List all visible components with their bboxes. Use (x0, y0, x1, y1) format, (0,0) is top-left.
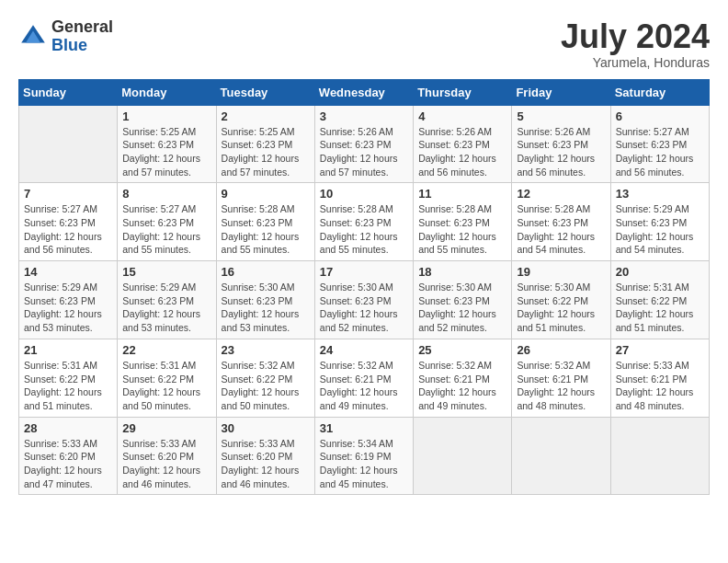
day-info: Sunrise: 5:32 AM Sunset: 6:22 PM Dayligh… (222, 359, 310, 413)
day-info: Sunrise: 5:33 AM Sunset: 6:21 PM Dayligh… (616, 359, 704, 413)
day-number: 11 (418, 187, 506, 201)
day-number: 13 (616, 187, 704, 201)
day-info: Sunrise: 5:28 AM Sunset: 6:23 PM Dayligh… (418, 202, 506, 257)
calendar-cell: 2Sunrise: 5:25 AM Sunset: 6:23 PM Daylig… (216, 105, 314, 183)
logo-general: General (51, 17, 113, 36)
day-number: 17 (320, 265, 408, 279)
day-info: Sunrise: 5:27 AM Sunset: 6:23 PM Dayligh… (616, 125, 704, 179)
logo-blue: Blue (51, 36, 87, 54)
day-info: Sunrise: 5:28 AM Sunset: 6:23 PM Dayligh… (320, 202, 408, 257)
calendar-cell: 10Sunrise: 5:28 AM Sunset: 6:23 PM Dayli… (314, 183, 413, 261)
calendar-cell: 15Sunrise: 5:29 AM Sunset: 6:23 PM Dayli… (118, 261, 216, 339)
title-block: July 2024 Yarumela, Honduras (561, 18, 710, 70)
day-info: Sunrise: 5:31 AM Sunset: 6:22 PM Dayligh… (24, 359, 112, 413)
calendar-cell: 17Sunrise: 5:30 AM Sunset: 6:23 PM Dayli… (314, 261, 413, 339)
day-info: Sunrise: 5:27 AM Sunset: 6:23 PM Dayligh… (122, 202, 210, 257)
calendar-cell: 12Sunrise: 5:28 AM Sunset: 6:23 PM Dayli… (512, 183, 610, 261)
calendar-cell: 19Sunrise: 5:30 AM Sunset: 6:22 PM Dayli… (512, 261, 610, 339)
calendar-table: SundayMondayTuesdayWednesdayThursdayFrid… (18, 79, 710, 496)
page-header: General Blue July 2024 Yarumela, Hondura… (18, 18, 710, 70)
calendar-cell: 28Sunrise: 5:33 AM Sunset: 6:20 PM Dayli… (19, 417, 118, 495)
day-info: Sunrise: 5:28 AM Sunset: 6:23 PM Dayligh… (222, 202, 310, 257)
day-info: Sunrise: 5:28 AM Sunset: 6:23 PM Dayligh… (517, 202, 605, 257)
logo: General Blue (18, 18, 113, 55)
calendar-cell: 21Sunrise: 5:31 AM Sunset: 6:22 PM Dayli… (19, 339, 118, 417)
day-number: 29 (122, 421, 210, 435)
calendar-cell: 22Sunrise: 5:31 AM Sunset: 6:22 PM Dayli… (118, 339, 216, 417)
day-info: Sunrise: 5:31 AM Sunset: 6:22 PM Dayligh… (616, 281, 704, 335)
calendar-cell: 13Sunrise: 5:29 AM Sunset: 6:23 PM Dayli… (610, 183, 709, 261)
day-info: Sunrise: 5:32 AM Sunset: 6:21 PM Dayligh… (517, 359, 605, 413)
calendar-cell: 16Sunrise: 5:30 AM Sunset: 6:23 PM Dayli… (216, 261, 314, 339)
day-info: Sunrise: 5:32 AM Sunset: 6:21 PM Dayligh… (320, 359, 408, 413)
day-info: Sunrise: 5:29 AM Sunset: 6:23 PM Dayligh… (24, 281, 112, 335)
calendar-cell: 11Sunrise: 5:28 AM Sunset: 6:23 PM Dayli… (414, 183, 512, 261)
calendar-cell: 1Sunrise: 5:25 AM Sunset: 6:23 PM Daylig… (118, 105, 216, 183)
calendar-cell (610, 417, 709, 495)
calendar-week-row: 28Sunrise: 5:33 AM Sunset: 6:20 PM Dayli… (19, 417, 710, 495)
month-title: July 2024 (561, 18, 710, 55)
day-number: 8 (122, 187, 210, 201)
calendar-cell: 14Sunrise: 5:29 AM Sunset: 6:23 PM Dayli… (19, 261, 118, 339)
day-number: 31 (320, 421, 408, 435)
calendar-cell: 4Sunrise: 5:26 AM Sunset: 6:23 PM Daylig… (414, 105, 512, 183)
day-number: 20 (616, 265, 704, 279)
day-number: 18 (418, 265, 506, 279)
day-number: 27 (616, 343, 704, 357)
day-number: 21 (24, 343, 112, 357)
calendar-cell: 7Sunrise: 5:27 AM Sunset: 6:23 PM Daylig… (19, 183, 118, 261)
day-info: Sunrise: 5:25 AM Sunset: 6:23 PM Dayligh… (122, 125, 210, 179)
weekday-header-row: SundayMondayTuesdayWednesdayThursdayFrid… (19, 79, 710, 105)
day-number: 10 (320, 187, 408, 201)
weekday-header-monday: Monday (118, 79, 216, 105)
calendar-cell: 27Sunrise: 5:33 AM Sunset: 6:21 PM Dayli… (610, 339, 709, 417)
day-number: 3 (320, 109, 408, 123)
day-number: 9 (222, 187, 310, 201)
calendar-cell: 20Sunrise: 5:31 AM Sunset: 6:22 PM Dayli… (610, 261, 709, 339)
day-info: Sunrise: 5:29 AM Sunset: 6:23 PM Dayligh… (616, 202, 704, 257)
day-info: Sunrise: 5:29 AM Sunset: 6:23 PM Dayligh… (122, 281, 210, 335)
day-info: Sunrise: 5:27 AM Sunset: 6:23 PM Dayligh… (24, 202, 112, 257)
day-info: Sunrise: 5:30 AM Sunset: 6:23 PM Dayligh… (320, 281, 408, 335)
calendar-cell: 9Sunrise: 5:28 AM Sunset: 6:23 PM Daylig… (216, 183, 314, 261)
calendar-cell: 29Sunrise: 5:33 AM Sunset: 6:20 PM Dayli… (118, 417, 216, 495)
day-info: Sunrise: 5:26 AM Sunset: 6:23 PM Dayligh… (320, 125, 408, 179)
day-number: 1 (122, 109, 210, 123)
day-number: 16 (222, 265, 310, 279)
calendar-cell (414, 417, 512, 495)
weekday-header-tuesday: Tuesday (216, 79, 314, 105)
day-info: Sunrise: 5:34 AM Sunset: 6:19 PM Dayligh… (320, 437, 408, 491)
day-number: 24 (320, 343, 408, 357)
weekday-header-wednesday: Wednesday (314, 79, 413, 105)
weekday-header-sunday: Sunday (19, 79, 118, 105)
day-number: 25 (418, 343, 506, 357)
calendar-week-row: 1Sunrise: 5:25 AM Sunset: 6:23 PM Daylig… (19, 105, 710, 183)
calendar-cell (512, 417, 610, 495)
calendar-cell: 26Sunrise: 5:32 AM Sunset: 6:21 PM Dayli… (512, 339, 610, 417)
day-info: Sunrise: 5:33 AM Sunset: 6:20 PM Dayligh… (222, 437, 310, 491)
day-number: 30 (222, 421, 310, 435)
day-info: Sunrise: 5:26 AM Sunset: 6:23 PM Dayligh… (517, 125, 605, 179)
calendar-cell: 31Sunrise: 5:34 AM Sunset: 6:19 PM Dayli… (314, 417, 413, 495)
day-number: 28 (24, 421, 112, 435)
calendar-cell: 3Sunrise: 5:26 AM Sunset: 6:23 PM Daylig… (314, 105, 413, 183)
weekday-header-thursday: Thursday (414, 79, 512, 105)
day-number: 19 (517, 265, 605, 279)
day-number: 23 (222, 343, 310, 357)
calendar-cell: 24Sunrise: 5:32 AM Sunset: 6:21 PM Dayli… (314, 339, 413, 417)
calendar-cell (19, 105, 118, 183)
day-number: 26 (517, 343, 605, 357)
day-number: 5 (517, 109, 605, 123)
day-info: Sunrise: 5:25 AM Sunset: 6:23 PM Dayligh… (222, 125, 310, 179)
calendar-cell: 25Sunrise: 5:32 AM Sunset: 6:21 PM Dayli… (414, 339, 512, 417)
logo-text: General Blue (51, 18, 113, 55)
day-number: 6 (616, 109, 704, 123)
day-number: 22 (122, 343, 210, 357)
day-info: Sunrise: 5:30 AM Sunset: 6:22 PM Dayligh… (517, 281, 605, 335)
location: Yarumela, Honduras (561, 55, 710, 70)
day-info: Sunrise: 5:31 AM Sunset: 6:22 PM Dayligh… (122, 359, 210, 413)
calendar-cell: 6Sunrise: 5:27 AM Sunset: 6:23 PM Daylig… (610, 105, 709, 183)
day-info: Sunrise: 5:30 AM Sunset: 6:23 PM Dayligh… (222, 281, 310, 335)
day-number: 12 (517, 187, 605, 201)
calendar-cell: 18Sunrise: 5:30 AM Sunset: 6:23 PM Dayli… (414, 261, 512, 339)
